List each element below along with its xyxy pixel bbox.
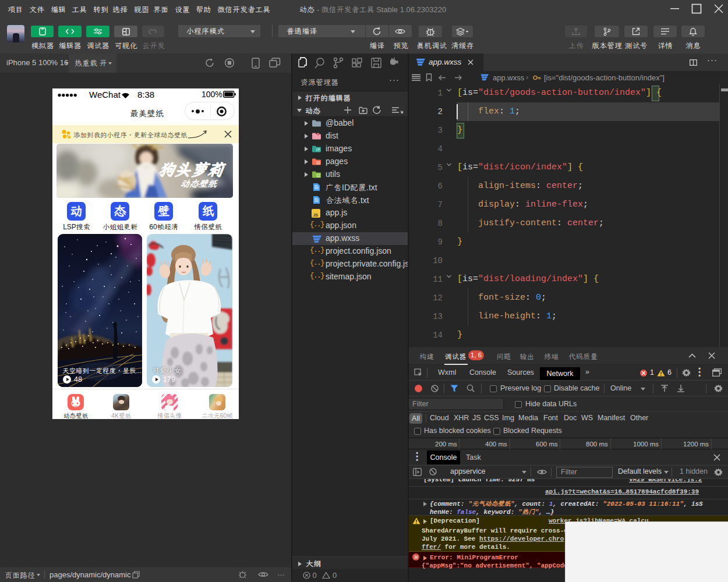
svg-text:狗头萝莉: 狗头萝莉 [158,161,227,179]
svg-text:动态壁纸: 动态壁纸 [180,179,218,189]
svg-text:JS: JS [313,213,318,217]
